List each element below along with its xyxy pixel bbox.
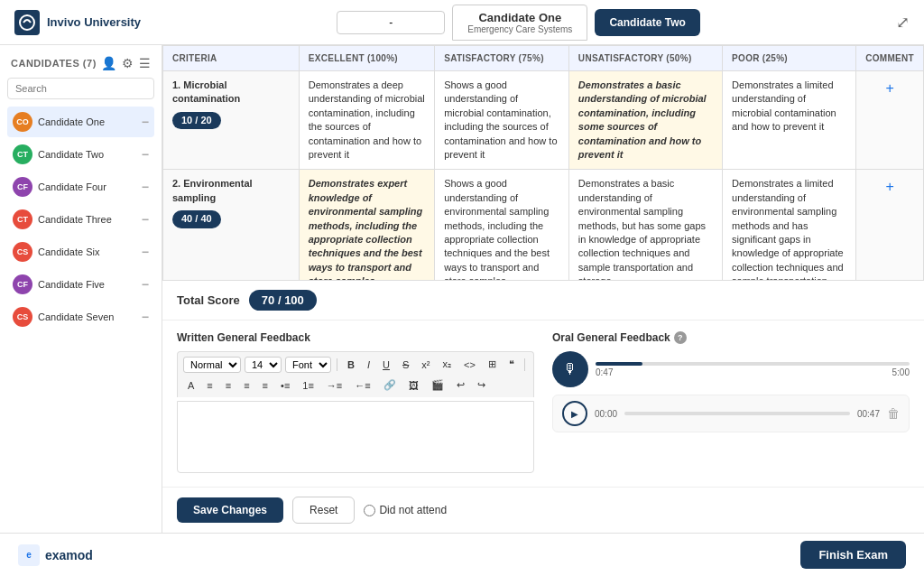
table-row: 1. Microbial contamination 10 / 20 Demon…: [163, 71, 924, 170]
underline-btn[interactable]: U: [378, 357, 394, 373]
font-select[interactable]: Font: [285, 357, 331, 373]
candidate-name: Candidate Six: [38, 246, 100, 257]
main-layout: CANDIDATES (7) 👤 ⚙ ☰ CO Candidate One − …: [0, 45, 924, 533]
finish-exam-button[interactable]: Finish Exam: [800, 541, 906, 569]
size-select[interactable]: 14: [245, 357, 282, 373]
link-btn[interactable]: 🔗: [379, 376, 401, 394]
bold-btn[interactable]: B: [343, 357, 359, 373]
image-btn[interactable]: 🖼: [404, 377, 423, 394]
candidate-remove-icon[interactable]: −: [142, 180, 149, 194]
ol-btn[interactable]: 1≡: [298, 377, 319, 394]
col-criteria: CRITERIA: [163, 46, 300, 71]
app-title: Invivo University: [47, 15, 141, 29]
candidate-two-tab-button[interactable]: Candidate Two: [595, 9, 699, 36]
written-feedback-title: Written General Feedback: [177, 331, 534, 344]
sidebar-item-candidate-one[interactable]: CO Candidate One −: [7, 107, 154, 137]
written-feedback-input[interactable]: [177, 401, 534, 473]
ul-btn[interactable]: •≡: [276, 377, 294, 394]
mic-button[interactable]: 🎙: [552, 351, 588, 387]
candidate-name: Candidate Four: [38, 181, 106, 192]
strikethrough-btn[interactable]: S: [398, 357, 413, 373]
candidate-tabs: Candidate One Emergency Care Systems Can…: [452, 5, 700, 41]
media-btn[interactable]: 🎬: [427, 376, 448, 394]
excellent-cell[interactable]: Demonstrates a deep understanding of mic…: [299, 71, 434, 170]
toolbar-sep-2: [524, 358, 525, 371]
play-button[interactable]: ▶: [562, 401, 587, 426]
header-left: Invivo University: [14, 10, 141, 35]
outdent-btn[interactable]: ←≡: [350, 377, 374, 394]
sidebar-item-candidate-three[interactable]: CT Candidate Three −: [7, 204, 154, 235]
did-not-attend-label[interactable]: Did not attend: [364, 504, 447, 516]
candidate-name: Candidate Three: [38, 214, 112, 225]
save-changes-button[interactable]: Save Changes: [177, 497, 283, 523]
content-area: CRITERIA EXCELLENT (100%) SATISFACTORY (…: [162, 45, 924, 533]
sidebar-search-input[interactable]: [7, 78, 154, 99]
reset-button[interactable]: Reset: [292, 497, 355, 524]
timeline-fill: [596, 362, 642, 366]
candidate-remove-icon[interactable]: −: [142, 277, 149, 292]
header-center: Candidate One Emergency Care Systems Can…: [337, 5, 700, 41]
subscript-btn[interactable]: x₂: [438, 356, 456, 373]
audio-progress-bar[interactable]: [624, 412, 850, 415]
did-not-attend-radio[interactable]: [364, 505, 375, 516]
redo-btn[interactable]: ↪: [473, 376, 490, 394]
unsatisfactory-cell[interactable]: Demonstrates a basic understanding of en…: [568, 170, 722, 280]
unsatisfactory-cell[interactable]: Demonstrates a basic understanding of mi…: [568, 71, 722, 170]
audio-timeline: 0:47 5:00: [596, 362, 910, 377]
poor-cell[interactable]: Demonstrates a limited understanding of …: [723, 71, 856, 170]
timeline-bar[interactable]: [596, 362, 910, 366]
poor-cell[interactable]: Demonstrates a limited understanding of …: [723, 170, 856, 280]
delete-audio-icon[interactable]: 🗑: [887, 406, 900, 421]
header: Invivo University Candidate One Emergenc…: [0, 0, 924, 45]
col-unsatisfactory: UNSATISFACTORY (50%): [568, 46, 722, 71]
active-candidate-tab[interactable]: Candidate One Emergency Care Systems: [452, 5, 587, 41]
examod-text: examod: [45, 548, 93, 562]
candidate-name: Candidate One: [38, 116, 105, 127]
satisfactory-cell[interactable]: Shows a good understanding of microbial …: [435, 71, 569, 170]
align-left-btn[interactable]: ≡: [202, 377, 217, 394]
expand-icon[interactable]: ⤢: [896, 13, 910, 33]
undo-btn[interactable]: ↩: [452, 376, 469, 394]
add-comment-icon[interactable]: +: [865, 79, 914, 98]
sidebar-item-candidate-four[interactable]: CF Candidate Four −: [7, 172, 154, 202]
style-select[interactable]: Normal: [183, 357, 241, 373]
score-badge: 10 / 20: [172, 112, 221, 129]
candidate-remove-icon[interactable]: −: [142, 115, 149, 129]
table-btn[interactable]: ⊞: [484, 356, 501, 373]
sidebar-item-candidate-five[interactable]: CF Candidate Five −: [7, 269, 154, 300]
italic-btn[interactable]: I: [363, 357, 374, 373]
rubric-container: CRITERIA EXCELLENT (100%) SATISFACTORY (…: [162, 45, 924, 280]
color-btn[interactable]: A: [183, 377, 199, 394]
superscript-btn[interactable]: x²: [417, 357, 434, 373]
candidate-remove-icon[interactable]: −: [142, 212, 149, 227]
candidate-remove-icon[interactable]: −: [142, 310, 149, 324]
search-input[interactable]: [337, 11, 445, 34]
candidate-remove-icon[interactable]: −: [142, 147, 149, 162]
align-center-btn[interactable]: ≡: [221, 377, 236, 394]
satisfactory-cell[interactable]: Shows a good understanding of environmen…: [435, 170, 569, 280]
help-icon[interactable]: ?: [674, 331, 687, 344]
excellent-cell[interactable]: Demonstrates expert knowledge of environ…: [299, 170, 434, 280]
candidate-name: Candidate Two: [38, 149, 104, 160]
sidebar-item-candidate-six[interactable]: CS Candidate Six −: [7, 237, 154, 267]
quote-btn[interactable]: ❝: [504, 356, 519, 373]
sidebar-item-candidate-two[interactable]: CT Candidate Two −: [7, 139, 154, 170]
align-justify-btn[interactable]: ≡: [258, 377, 273, 394]
indent-btn[interactable]: →≡: [322, 377, 346, 394]
feedback-section: Written General Feedback Normal 14 Font …: [162, 320, 924, 487]
sidebar-item-candidate-seven[interactable]: CS Candidate Seven −: [7, 302, 154, 332]
filter-icon[interactable]: ⚙: [122, 56, 134, 70]
menu-icon[interactable]: ☰: [139, 56, 151, 70]
add-comment-icon[interactable]: +: [865, 177, 914, 197]
mini-total-time: 00:47: [857, 409, 880, 419]
examod-logo: e examod: [18, 544, 93, 566]
footer: e examod Finish Exam: [0, 533, 924, 576]
sidebar-title: CANDIDATES (7): [11, 58, 97, 69]
total-score-label: Total Score: [177, 293, 240, 307]
align-right-btn[interactable]: ≡: [239, 377, 254, 394]
code-btn[interactable]: <>: [459, 357, 480, 373]
user-icon[interactable]: 👤: [101, 56, 116, 70]
candidate-avatar: CF: [13, 177, 32, 197]
sidebar-header: CANDIDATES (7) 👤 ⚙ ☰: [7, 56, 154, 70]
candidate-remove-icon[interactable]: −: [142, 245, 149, 259]
